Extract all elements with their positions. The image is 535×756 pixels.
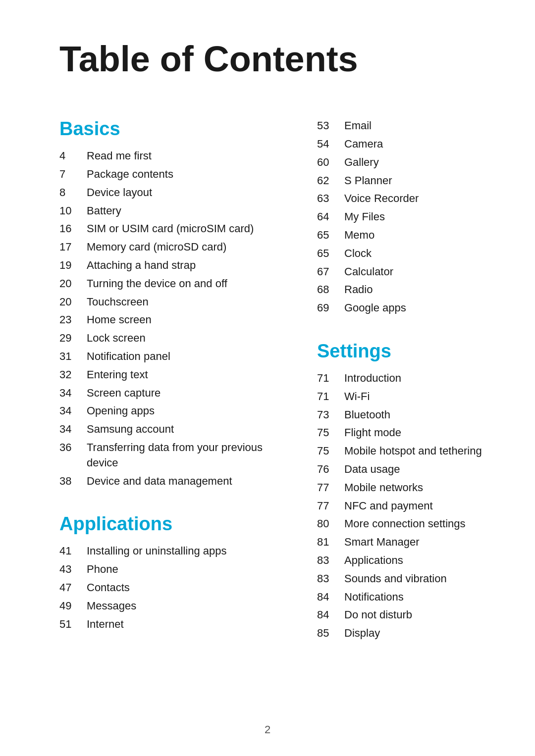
page-number: 67 <box>317 264 344 280</box>
item-label: Phone <box>87 562 118 577</box>
section-title-basics: Basics <box>59 118 287 140</box>
list-item: 85 Display <box>317 626 485 641</box>
left-column: Basics 4 Read me first 7 Package content… <box>59 118 287 646</box>
list-item: 32 Entering text <box>59 367 287 383</box>
page-title: Table of Contents <box>59 40 485 79</box>
list-item: 65 Memo <box>317 228 485 243</box>
list-item: 73 Bluetooth <box>317 407 485 423</box>
item-label: Do not disturb <box>344 607 412 623</box>
list-item: 38 Device and data management <box>59 474 287 489</box>
list-item: 54 Camera <box>317 137 485 152</box>
content-layout: Basics 4 Read me first 7 Package content… <box>59 118 485 646</box>
page-number: 36 <box>59 440 87 455</box>
item-label: Introduction <box>344 371 401 386</box>
page-number: 43 <box>59 562 87 577</box>
item-label: Touchscreen <box>87 295 149 310</box>
item-label: Battery <box>87 203 121 219</box>
item-label: Memory card (microSD card) <box>87 240 226 255</box>
item-label: Samsung account <box>87 422 174 437</box>
list-item: 68 Radio <box>317 282 485 298</box>
item-label: Entering text <box>87 367 148 383</box>
settings-list: 71 Introduction 71 Wi-Fi 73 Bluetooth 75… <box>317 371 485 641</box>
item-label: Bluetooth <box>344 407 390 423</box>
page-number: 75 <box>317 444 344 459</box>
page-number: 68 <box>317 282 344 298</box>
page-number: 8 <box>59 185 87 201</box>
page: Table of Contents Basics 4 Read me first… <box>0 0 535 756</box>
page-number: 16 <box>59 221 87 237</box>
item-label: Smart Manager <box>344 535 420 550</box>
page-number: 34 <box>59 422 87 437</box>
item-label: S Planner <box>344 173 392 189</box>
page-number: 63 <box>317 191 344 206</box>
page-number: 10 <box>59 203 87 219</box>
list-item: 43 Phone <box>59 562 287 577</box>
page-number: 60 <box>317 155 344 170</box>
list-item: 20 Turning the device on and off <box>59 276 287 292</box>
item-label: Google apps <box>344 301 406 316</box>
page-number: 83 <box>317 553 344 568</box>
item-label: NFC and payment <box>344 499 433 514</box>
page-number: 47 <box>59 580 87 596</box>
right-column: 53 Email 54 Camera 60 Gallery 62 S Plann… <box>317 118 485 646</box>
list-item: 75 Mobile hotspot and tethering <box>317 444 485 459</box>
section-basics: Basics 4 Read me first 7 Package content… <box>59 118 287 489</box>
list-item: 41 Installing or uninstalling apps <box>59 544 287 559</box>
page-number: 32 <box>59 367 87 383</box>
item-label: Wi-Fi <box>344 389 370 404</box>
list-item: 64 My Files <box>317 209 485 225</box>
page-number: 34 <box>59 386 87 401</box>
list-item: 60 Gallery <box>317 155 485 170</box>
page-number: 69 <box>317 301 344 316</box>
list-item: 77 NFC and payment <box>317 499 485 514</box>
item-label: Attaching a hand strap <box>87 258 196 273</box>
item-label: Applications <box>344 553 403 568</box>
list-item: 77 Mobile networks <box>317 480 485 496</box>
page-number: 76 <box>317 462 344 477</box>
page-number: 20 <box>59 276 87 292</box>
list-item: 71 Wi-Fi <box>317 389 485 404</box>
page-footer: 2 <box>0 723 535 736</box>
item-label: Sounds and vibration <box>344 571 447 587</box>
item-label: Mobile networks <box>344 480 423 496</box>
list-item: 65 Clock <box>317 246 485 261</box>
page-number: 77 <box>317 499 344 514</box>
list-item: 49 Messages <box>59 599 287 614</box>
item-label: Installing or uninstalling apps <box>87 544 227 559</box>
list-item: 16 SIM or USIM card (microSIM card) <box>59 221 287 237</box>
item-label: Camera <box>344 137 383 152</box>
item-label: More connection settings <box>344 516 466 532</box>
list-item: 19 Attaching a hand strap <box>59 258 287 273</box>
item-label: Internet <box>87 617 124 632</box>
list-item: 76 Data usage <box>317 462 485 477</box>
item-label: Screen capture <box>87 386 160 401</box>
list-item: 10 Battery <box>59 203 287 219</box>
list-item: 63 Voice Recorder <box>317 191 485 206</box>
page-number: 71 <box>317 389 344 404</box>
page-number: 34 <box>59 403 87 419</box>
list-item: 36 Transferring data from your previous … <box>59 440 287 471</box>
list-item: 17 Memory card (microSD card) <box>59 240 287 255</box>
item-label: Data usage <box>344 462 400 477</box>
item-label: Read me first <box>87 149 152 164</box>
list-item: 53 Email <box>317 118 485 134</box>
item-label: Gallery <box>344 155 379 170</box>
section-title-settings: Settings <box>317 341 485 362</box>
page-number: 54 <box>317 137 344 152</box>
item-label: Flight mode <box>344 425 401 441</box>
list-item: 4 Read me first <box>59 149 287 164</box>
apps-continued-list: 53 Email 54 Camera 60 Gallery 62 S Plann… <box>317 118 485 316</box>
item-label: Package contents <box>87 167 173 182</box>
page-number: 53 <box>317 118 344 134</box>
page-number: 23 <box>59 312 87 328</box>
list-item: 75 Flight mode <box>317 425 485 441</box>
item-label: Voice Recorder <box>344 191 419 206</box>
page-number: 84 <box>317 590 344 605</box>
list-item: 81 Smart Manager <box>317 535 485 550</box>
page-number: 7 <box>59 167 87 182</box>
list-item: 51 Internet <box>59 617 287 632</box>
item-label: Display <box>344 626 380 641</box>
section-applications: Applications 41 Installing or uninstalli… <box>59 513 287 632</box>
item-label: Radio <box>344 282 373 298</box>
list-item: 84 Notifications <box>317 590 485 605</box>
